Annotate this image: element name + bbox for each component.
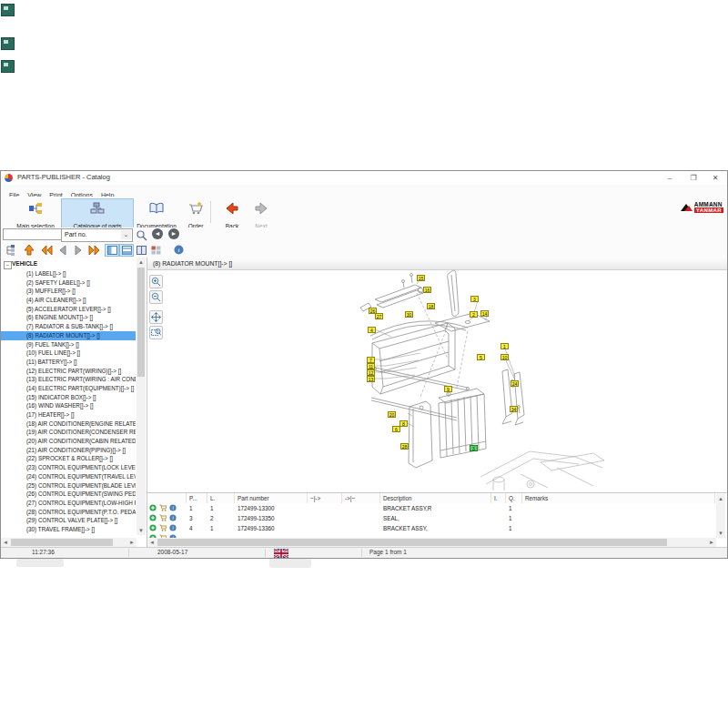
tree-collapse-icon[interactable]: −	[4, 261, 12, 269]
last-page-icon[interactable]	[87, 244, 100, 256]
column-header[interactable]: Q.	[506, 493, 522, 503]
select-part-icon[interactable]	[149, 524, 157, 531]
view-table-toggle-icon[interactable]	[119, 244, 134, 257]
tree-item[interactable]: (2) SAFETY LABEL[]-> []	[1, 278, 136, 288]
table-row[interactable]: i 3 2 172499-13350 SEAL, 1	[147, 513, 712, 523]
part-callout[interactable]: 3	[470, 445, 478, 451]
part-callout[interactable]: 11	[367, 363, 375, 369]
tree-item[interactable]: (16) WIND WASHER[]-> []	[1, 401, 136, 410]
part-callout[interactable]: 28	[400, 443, 409, 450]
desktop-icon[interactable]	[1, 37, 15, 50]
column-header[interactable]: L.	[207, 493, 235, 503]
tree-item[interactable]: (5) ACCELERATOR LEVER[]-> []	[1, 305, 136, 314]
part-callout[interactable]: 7	[367, 357, 375, 363]
tree-item[interactable]: (30) TRAVEL FRAME[]-> []	[1, 525, 136, 534]
tree-item[interactable]: (27) CONTROL EQUIPMENT(LOW-HIGH P	[1, 499, 136, 508]
part-info-icon[interactable]: i	[169, 524, 177, 531]
table-horizontal-scrollbar[interactable]: ◄ ►	[147, 538, 716, 547]
tree-item[interactable]: (24) CONTROL EQUIPMENT(TRAVEL LEVE	[1, 472, 136, 481]
select-part-icon[interactable]	[149, 514, 157, 521]
tree-item[interactable]: (14) ELECTRIC PART(EQUIPMENT)[]-> []	[1, 384, 136, 393]
add-to-order-icon[interactable]	[159, 524, 167, 531]
tree-item[interactable]: (12) ELECTRIC PART(WIRING)[]-> []	[1, 367, 136, 376]
column-header-icons[interactable]	[147, 493, 187, 503]
add-to-order-icon[interactable]	[159, 504, 167, 511]
part-callout[interactable]: 10	[500, 354, 509, 360]
part-search-input[interactable]	[3, 228, 63, 240]
part-callout[interactable]: 9	[444, 386, 452, 392]
tree-item[interactable]: (9) FUEL TANK[]-> []	[1, 340, 136, 349]
table-row[interactable]: i 4 1 172499-13360 BRACKET ASSY, 1	[147, 523, 712, 533]
part-callout[interactable]: 14	[480, 310, 489, 317]
tree-item[interactable]: (25) CONTROL EQUIPMENT(BLADE LEVER	[1, 481, 136, 490]
column-header[interactable]: ->|~	[342, 493, 380, 503]
part-callout[interactable]: 18	[427, 303, 435, 309]
part-callout[interactable]: 13	[367, 376, 375, 382]
close-button[interactable]: ✕	[705, 172, 725, 184]
part-callout[interactable]: 1	[500, 343, 509, 349]
desktop-icon[interactable]	[1, 4, 15, 16]
history-back-button[interactable]: ◄	[152, 228, 163, 239]
language-flag-icon[interactable]	[274, 549, 288, 558]
tree-item[interactable]: (18) AIR CONDITIONER(ENGINE RELATED	[1, 420, 136, 429]
part-callout[interactable]: 16	[423, 287, 431, 293]
catalogue-of-parts-button[interactable]: Catalogue of parts	[61, 198, 134, 228]
part-callout[interactable]: 15	[417, 275, 425, 281]
first-page-icon[interactable]	[40, 244, 53, 256]
tree-vertical-scrollbar[interactable]: ▲ ▼	[136, 258, 146, 535]
tree-root-label[interactable]: VEHICLE	[12, 260, 37, 267]
part-callout[interactable]: 12	[367, 369, 375, 376]
restore-button[interactable]: ❐	[683, 172, 703, 184]
tree-item[interactable]: (19) AIR CONDITIONER(CONDENSER REL	[1, 428, 136, 437]
tree-item[interactable]: (6) ENGINE MOUNT[]-> []	[1, 313, 136, 322]
part-info-icon[interactable]: i	[169, 504, 177, 511]
select-part-icon[interactable]	[149, 504, 157, 511]
previous-icon[interactable]	[56, 244, 69, 256]
tree-item[interactable]: (29) CONTROL VALVE PLATE[]-> []	[1, 516, 136, 525]
part-callout[interactable]: 34	[510, 406, 518, 412]
part-callout[interactable]: 5	[477, 354, 485, 360]
column-header[interactable]: ~|->	[308, 493, 342, 503]
tree-item[interactable]: (20) AIR CONDITIONER(CABIN RELATED)[	[1, 437, 136, 446]
part-callout[interactable]: 6	[392, 426, 400, 432]
column-header[interactable]: Remarks	[522, 493, 715, 503]
info-icon[interactable]: i	[172, 244, 185, 256]
view-panel-toggle-icon[interactable]	[105, 244, 119, 257]
part-callout[interactable]: 24	[511, 380, 519, 387]
column-header[interactable]: Part number	[235, 493, 308, 503]
tree-item[interactable]: (28) CONTROL EQUIPMENT(P.T.O. PEDAL	[1, 508, 136, 517]
tree-item[interactable]: (11) BATTERY[]-> []	[1, 358, 136, 367]
tree-item[interactable]: (22) SPROCKET & ROLLER[]-> []	[1, 454, 136, 463]
table-row[interactable]: i 1 1 172499-13300 BRACKET ASSY,R 1	[147, 503, 712, 513]
title-bar[interactable]: PARTS-PUBLISHER - Catalog – ❐ ✕	[1, 171, 727, 186]
table-vertical-scrollbar[interactable]: ▲ ▼	[716, 494, 725, 538]
part-callout[interactable]: 30	[405, 311, 413, 318]
tree-item[interactable]: (26) CONTROL EQUIPMENT(SWING PEDA	[1, 490, 136, 499]
tree-item[interactable]: (21) AIR CONDITIONER(PIPING)[]-> []	[1, 446, 136, 455]
go-up-icon[interactable]	[23, 244, 35, 256]
next-button[interactable]: Next	[245, 198, 278, 228]
add-to-order-icon[interactable]	[159, 514, 167, 521]
history-forward-button[interactable]: ►	[168, 228, 179, 239]
part-info-icon[interactable]: i	[169, 514, 177, 521]
main-selection-button[interactable]: Main selection	[6, 198, 65, 228]
minimize-button[interactable]: –	[660, 172, 680, 184]
order-button[interactable]: Order	[177, 198, 214, 228]
part-callout[interactable]: 20	[388, 411, 396, 418]
part-callout[interactable]: 3	[470, 296, 479, 302]
part-callout[interactable]: 4	[368, 327, 376, 333]
search-field-dropdown[interactable]: Part no. ⌄	[61, 228, 133, 242]
tree-item[interactable]: (13) ELECTRIC PART(WIRING : AIR COND	[1, 375, 136, 384]
documentation-button[interactable]: Documentation	[128, 198, 185, 228]
back-button[interactable]: Back	[216, 198, 248, 228]
tree-horizontal-scrollbar[interactable]: ◄ ►	[1, 538, 136, 547]
tree-item[interactable]: (15) INDICATOR BOX[]-> []	[1, 393, 136, 402]
column-header[interactable]: Description	[380, 493, 491, 503]
tree-item[interactable]: (17) HEATER[]-> []	[1, 410, 136, 420]
column-header[interactable]: I.	[491, 493, 506, 503]
tree-item[interactable]: (4) AIR CLEANER[]-> []	[1, 296, 136, 305]
next-page-icon[interactable]	[72, 244, 85, 256]
part-callout[interactable]: 27	[375, 313, 383, 319]
tree-item[interactable]: (7) RADIATOR & SUB-TANK[]-> []	[1, 322, 136, 331]
part-callout[interactable]: 8	[399, 420, 408, 427]
